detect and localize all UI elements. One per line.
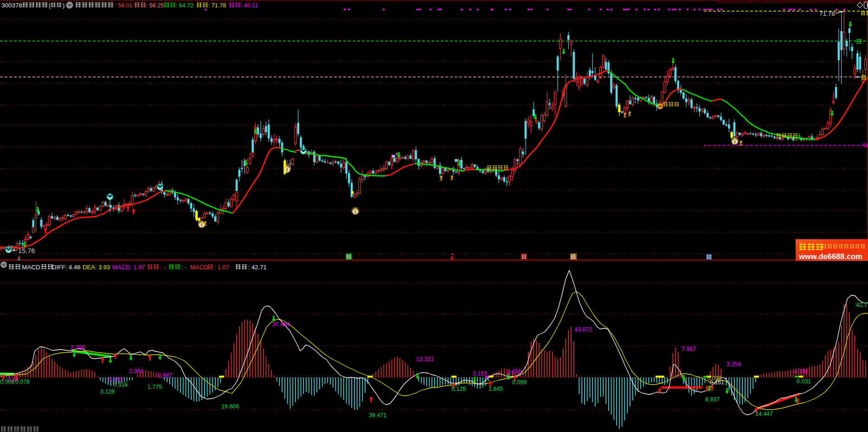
svg-text:42.7: 42.7 <box>856 302 867 308</box>
svg-text:: 42.71: : 42.71 <box>248 264 267 271</box>
svg-text:1.845: 1.845 <box>489 386 503 392</box>
svg-text:0.099: 0.099 <box>512 379 527 386</box>
svg-text:15.76: 15.76 <box>18 247 35 254</box>
svg-text:0.161: 0.161 <box>710 379 724 386</box>
svg-text:: -: : - <box>160 264 166 271</box>
svg-text:6.937: 6.937 <box>705 396 720 403</box>
svg-text:MACD: 1.07: MACD: 1.07 <box>112 264 145 271</box>
svg-text:DEA: 3.93: DEA: 3.93 <box>83 264 110 271</box>
svg-text:: 56.01: : 56.01 <box>115 2 132 9</box>
svg-text:0.316: 0.316 <box>113 381 128 388</box>
svg-text:7.957: 7.957 <box>682 346 696 352</box>
svg-text:DIFF: 4.46: DIFF: 4.46 <box>52 264 80 271</box>
svg-text:2.286: 2.286 <box>71 344 85 351</box>
svg-text:: 56.25: : 56.25 <box>146 2 164 9</box>
svg-text:MACD: MACD <box>22 264 40 271</box>
svg-text:: 64.72: : 64.72 <box>176 2 193 9</box>
svg-text:0.031: 0.031 <box>797 378 811 385</box>
svg-text:: 40.11: : 40.11 <box>241 2 258 9</box>
svg-text:0.987: 0.987 <box>158 372 172 379</box>
svg-text:%: % <box>863 142 868 149</box>
svg-text:1.775: 1.775 <box>148 384 162 390</box>
svg-text:4.702: 4.702 <box>794 368 808 375</box>
svg-text:0.078: 0.078 <box>15 379 30 385</box>
svg-text:5.126: 5.126 <box>451 386 466 392</box>
svg-text:19.606: 19.606 <box>221 403 239 410</box>
svg-text:43.072: 43.072 <box>574 326 592 333</box>
svg-text:s: s <box>450 254 454 261</box>
svg-text:300378: 300378 <box>1 2 22 9</box>
svg-text:2.153: 2.153 <box>473 370 487 377</box>
svg-text:2.064: 2.064 <box>129 368 143 375</box>
svg-text:www.de6688.com: www.de6688.com <box>798 252 862 260</box>
svg-text:(: ( <box>49 2 51 9</box>
svg-text:2.658: 2.658 <box>507 368 521 375</box>
svg-text:MACD: MACD <box>190 264 208 271</box>
svg-text:39.471: 39.471 <box>369 412 386 419</box>
svg-text:3.254: 3.254 <box>727 361 741 368</box>
svg-text:): ) <box>63 2 64 9</box>
svg-text:: 1.07: : 1.07 <box>214 264 230 271</box>
svg-text:3.128: 3.128 <box>100 388 115 395</box>
svg-text:71.78: 71.78 <box>819 10 835 17</box>
svg-text:: -: : - <box>181 264 187 271</box>
svg-text:14.447: 14.447 <box>755 411 773 417</box>
svg-text:12.321: 12.321 <box>416 356 434 362</box>
svg-text:: 71.78: : 71.78 <box>208 2 226 9</box>
svg-text:37.634: 37.634 <box>272 321 290 328</box>
